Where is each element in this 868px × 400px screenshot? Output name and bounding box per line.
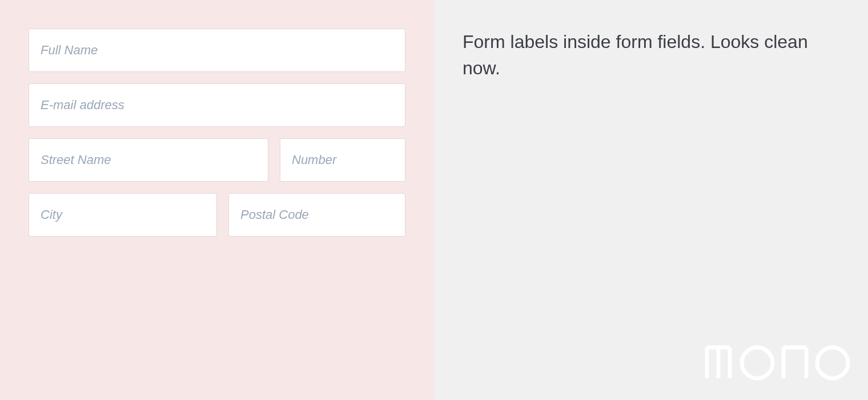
city-input[interactable] — [29, 193, 217, 237]
caption-panel: Form labels inside form fields. Looks cl… — [434, 0, 868, 400]
full-name-input[interactable] — [29, 29, 405, 72]
form-container — [29, 29, 405, 237]
street-name-input[interactable] — [29, 138, 268, 182]
svg-point-8 — [817, 347, 848, 378]
number-input[interactable] — [280, 138, 405, 182]
email-input[interactable] — [29, 83, 405, 127]
caption-text: Form labels inside form fields. Looks cl… — [463, 29, 839, 82]
mono-logo — [702, 343, 851, 390]
city-row — [29, 193, 405, 237]
street-row — [29, 138, 405, 182]
postal-code-input[interactable] — [228, 193, 405, 237]
form-panel — [0, 0, 434, 400]
svg-point-4 — [742, 347, 773, 378]
